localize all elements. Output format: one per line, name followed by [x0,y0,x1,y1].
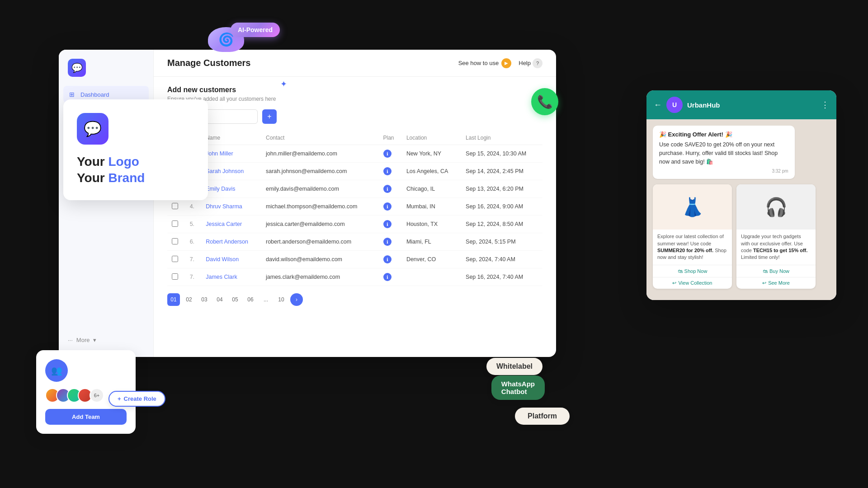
page-btn-2[interactable]: 02 [183,293,195,306]
row-plan: ℹ [379,163,402,180]
add-team-button[interactable]: Add Team [45,409,127,425]
brand-overlay-card: 💬 Your Logo Your Brand [63,99,208,200]
row-email: jessica.carter@emaildemo.com [261,216,379,233]
brand-brand-text: Brand [108,171,145,185]
brand-your-1: Your [77,155,108,169]
chevron-down-icon: ▾ [93,337,96,343]
info-icon[interactable]: ℹ [383,202,392,211]
info-icon[interactable]: ℹ [383,185,392,193]
page-btn-1[interactable]: 01 [167,293,180,306]
row-name[interactable]: David Wilson [201,251,261,268]
back-icon[interactable]: ← [654,100,662,110]
top-bar: Manage Customers See how to use ▶ Help ? [154,50,556,77]
page-btn-6[interactable]: 06 [244,293,257,306]
help-button[interactable]: Help ? [519,58,542,68]
brand-your-2: Your [77,171,108,185]
sidebar-more[interactable]: ··· More ▾ [59,332,153,348]
row-name[interactable]: Dhruv Sharma [201,198,261,216]
row-checkbox-cell[interactable] [167,251,185,268]
whitelabel-label: Whitelabel [496,362,533,370]
info-icon[interactable]: ℹ [383,238,392,246]
info-icon[interactable]: ℹ [383,273,392,281]
table-row: 7. James Clark james.clark@emaildemo.com… [167,268,542,286]
dashboard-icon: ⊞ [68,90,76,99]
buy-icon: 🛍 [763,268,768,274]
info-icon[interactable]: ℹ [383,150,392,158]
row-checkbox-cell[interactable] [167,233,185,251]
sidebar: 💬 ⊞ Dashboard 👤 👥 📋 🔗 ⚙ ★ [59,50,154,357]
product-img-1: 👗 [653,184,732,230]
section-subtitle: Ensure you've added all your customers h… [167,96,542,102]
row-last-login: Sep 16, 2024, 7:40 AM [461,268,542,286]
row-email: james.clark@emaildemo.com [261,268,379,286]
row-num: 5. [185,216,202,233]
promo-time: 3:32 pm [659,169,788,174]
row-last-login: Sep, 2024, 5:15 PM [461,233,542,251]
whatsapp-chat-card: ← U UrbanHub ⋮ 🎉 Exciting Offer Alert! 🎉… [646,90,836,300]
view-collection-button[interactable]: ↩ View Collection [653,277,732,289]
customers-table: # Name Contact Plan Location Last Login … [167,131,542,286]
table-row: 2. Sarah Johnson sarah.johnson@emaildemo… [167,163,542,180]
row-name[interactable]: James Clark [201,268,261,286]
help-icon: ? [533,58,542,68]
add-customer-button[interactable]: + [262,109,277,124]
row-num: 4. [185,198,202,216]
see-how-button[interactable]: See how to use ▶ [458,58,512,68]
page-btn-5[interactable]: 05 [229,293,241,306]
row-last-login: Sep 15, 2024, 10:30 AM [461,145,542,163]
chat-more-icon[interactable]: ⋮ [821,100,829,110]
product-action-row-1: 🛍 Shop Now [653,265,732,277]
content-area: Add new customers Ensure you've added al… [154,77,556,357]
row-name[interactable]: John Miller [201,145,261,163]
buy-now-button[interactable]: 🛍 Buy Now [736,265,816,277]
row-checkbox-cell[interactable] [167,198,185,216]
row-plan: ℹ [379,233,402,251]
info-icon[interactable]: ℹ [383,255,392,263]
page-btn-10[interactable]: 10 [275,293,288,306]
info-icon[interactable]: ℹ [383,220,392,228]
row-location: Los Angeles, CA [402,163,461,180]
scene: ✦ ✦ 🌀 AI-Powered 💬 ⊞ Dashboard 👤 👥 [0,0,868,488]
see-more-button[interactable]: ↩ See More [736,277,816,289]
table-row: 4. Dhruv Sharma michael.thompson@emailde… [167,198,542,216]
page-btn-ellipsis: ... [259,293,272,306]
shop-icon: 🛍 [678,268,683,274]
row-last-login: Sep, 2024, 7:40 AM [461,251,542,268]
row-plan: ℹ [379,216,402,233]
row-name[interactable]: Robert Anderson [201,233,261,251]
page-btn-4[interactable]: 04 [213,293,226,306]
promo-bubble: 🎉 Exciting Offer Alert! 🎉 Use code SAVE2… [653,126,795,179]
info-icon[interactable]: ℹ [383,167,392,175]
avatar-more: 6+ [90,388,104,403]
row-name[interactable]: Jessica Carter [201,216,261,233]
col-plan: Plan [379,131,402,145]
row-checkbox-cell[interactable] [167,268,185,286]
view-collection-label: View Collection [678,280,712,286]
table-row: 3. Emily Davis emily.davis@emaildemo.com… [167,180,542,198]
brand-line1: Your Logo [77,154,194,170]
more-label: More [76,337,90,343]
page-next-button[interactable]: › [290,293,303,306]
page-btn-3[interactable]: 03 [198,293,211,306]
row-plan: ℹ [379,268,402,286]
see-icon: ↩ [762,280,766,286]
brand-text: Your Logo Your Brand [77,154,194,187]
row-location: Denver, CO [402,251,461,268]
ellipsis-icon: ··· [68,337,73,343]
row-location: New York, NY [402,145,461,163]
row-email: sarah.johnson@emaildemo.com [261,163,379,180]
product-desc-1: Explore our latest collection of summer … [653,230,732,265]
shop-now-label: Shop Now [684,268,708,274]
row-email: michael.thompson@emaildemo.com [261,198,379,216]
row-name[interactable]: Emily Davis [201,180,261,198]
row-name[interactable]: Sarah Johnson [201,163,261,180]
row-checkbox-cell[interactable] [167,216,185,233]
row-num: 6. [185,233,202,251]
col-location: Location [402,131,461,145]
shop-now-button[interactable]: 🛍 Shop Now [653,265,732,277]
whatsapp-phone-icon: 📞 [531,88,558,115]
create-role-button[interactable]: + Create Role [108,391,165,407]
buy-now-label: Buy Now [769,268,789,274]
chat-header: ← U UrbanHub ⋮ [646,90,836,119]
dashboard-card: 💬 ⊞ Dashboard 👤 👥 📋 🔗 ⚙ ★ [59,50,556,357]
